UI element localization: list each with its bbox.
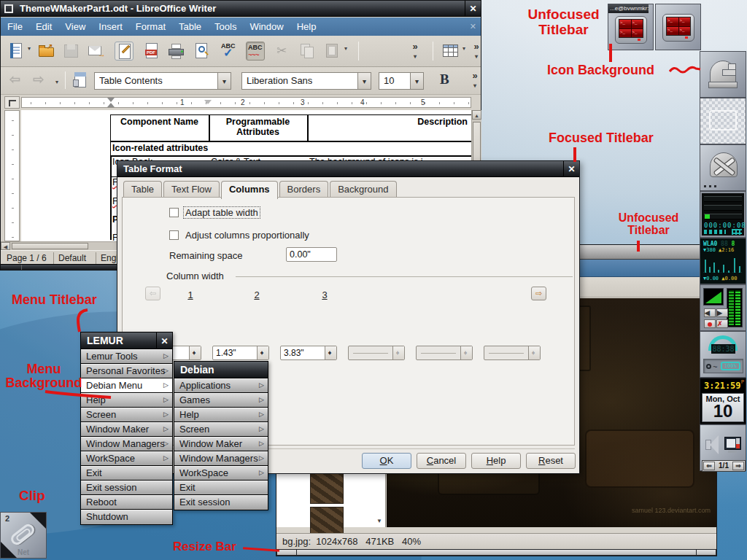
menu-item[interactable]: Help xyxy=(174,408,268,422)
paste-icon[interactable] xyxy=(323,42,342,61)
dockapp-clock[interactable]: 3:21:59 P Mon, Oct 10 xyxy=(700,378,746,424)
horizontal-ruler[interactable]: 12345 xyxy=(1,95,481,110)
menu-item[interactable]: Window Managers xyxy=(81,437,172,451)
menu-item[interactable]: Exit session xyxy=(81,481,172,495)
new-document-icon[interactable] xyxy=(7,42,26,61)
menu-item[interactable]: Games xyxy=(174,393,268,408)
menu-item[interactable]: Insert xyxy=(92,18,129,36)
menu-item[interactable]: Personal Favorites xyxy=(81,364,172,378)
table-section-cell[interactable]: Icon-related attributes xyxy=(112,143,208,153)
scroll-up-icon[interactable]: ▲ xyxy=(472,110,481,120)
indent-marker-icon[interactable] xyxy=(107,103,115,107)
dockapp-monitor[interactable]: WLA0 88 8 ▼380 ▲2:16 ▼0.00 ▲0.00 xyxy=(700,238,746,284)
thumb-scroll-arrow-icon[interactable]: ▼ xyxy=(376,518,382,524)
menu-item[interactable]: Lemur Tools xyxy=(81,349,172,364)
menu-item[interactable]: File xyxy=(1,18,29,36)
cancel-button[interactable]: Cancel xyxy=(417,453,466,469)
tab-marker-icon[interactable] xyxy=(204,100,212,104)
indent-marker-icon[interactable] xyxy=(107,98,115,102)
print-icon[interactable] xyxy=(167,42,186,61)
writer-titlebar[interactable]: ThemeWMakerPart1.odt - LibreOffice Write… xyxy=(1,1,481,17)
status-page[interactable]: Page 1 / 6 xyxy=(7,251,47,265)
size-combo-arrow-icon[interactable] xyxy=(410,73,423,89)
table-header-cell[interactable]: Description xyxy=(309,117,468,127)
spinner-icon[interactable] xyxy=(460,346,472,359)
menu-item[interactable]: Tools xyxy=(208,18,243,36)
table-dropdown-icon[interactable] xyxy=(460,45,468,52)
scroll-columns-right-button[interactable]: ⇨ xyxy=(531,287,546,300)
back-icon[interactable]: ⇦ xyxy=(9,71,28,90)
help-button[interactable]: Help xyxy=(471,453,521,469)
print-preview-icon[interactable] xyxy=(192,42,211,61)
adjust-proportionally-checkbox[interactable] xyxy=(169,230,179,240)
spinner-icon[interactable] xyxy=(528,346,540,359)
menu-item[interactable]: Format xyxy=(129,18,172,36)
spinner-icon[interactable] xyxy=(257,346,268,359)
paragraph-style-combobox[interactable]: Table Contents xyxy=(94,72,231,90)
menu-item[interactable]: Edit xyxy=(29,18,58,36)
mute-button[interactable]: ✗ xyxy=(716,319,728,328)
font-size-combobox[interactable]: 10 xyxy=(379,72,424,90)
column-width-field[interactable] xyxy=(416,346,473,360)
dialog-titlebar-focused[interactable]: Table Format xyxy=(117,161,579,177)
menu-item[interactable]: Reboot xyxy=(81,495,172,510)
ok-button[interactable]: OK xyxy=(362,453,411,469)
bold-icon[interactable]: B xyxy=(440,71,449,88)
debian-menu-titlebar[interactable]: Debian xyxy=(174,362,268,378)
style-combo-arrow-icon[interactable] xyxy=(217,73,231,89)
spellcheck-icon[interactable]: ABC ✓ xyxy=(220,42,239,61)
menu-item[interactable]: Window Managers xyxy=(174,451,268,466)
remaining-space-field[interactable]: 0.00" xyxy=(286,247,337,262)
menu-item[interactable]: Exit xyxy=(81,466,172,481)
menu-item[interactable]: Window Maker xyxy=(174,437,268,451)
menu-item[interactable]: Shutdown xyxy=(81,510,172,524)
dockapp-timer[interactable]: 000:00:08 xyxy=(700,191,746,238)
volume-slider-handle[interactable] xyxy=(736,444,740,448)
dockapp-mixer[interactable]: ◀ ▶ ✗ xyxy=(700,284,746,331)
dockapp-battery[interactable]: 88:38 ~ 100% xyxy=(700,331,746,378)
menu-item[interactable]: Applications xyxy=(174,378,268,393)
new-document-dropdown-icon[interactable] xyxy=(26,45,33,52)
workspace-clip[interactable]: 2 Net xyxy=(0,512,47,559)
export-pdf-icon[interactable]: PDF xyxy=(142,42,161,61)
viewer-resize-bar[interactable] xyxy=(276,549,716,556)
mixer-prev-icon[interactable]: ◀ xyxy=(704,308,716,317)
font-name-combobox[interactable]: Liberation Sans xyxy=(241,72,371,90)
menu-item[interactable]: Screen xyxy=(81,408,172,422)
close-icon[interactable] xyxy=(465,1,481,17)
cut-icon[interactable]: ✂ xyxy=(274,42,293,61)
adapt-width-label[interactable]: Adapt table width xyxy=(184,207,260,218)
toolbar-overflow3-icon[interactable]: »▾ xyxy=(469,71,481,93)
workspace-prev-button[interactable]: ⇐ xyxy=(703,462,715,470)
copy-icon[interactable] xyxy=(298,42,317,61)
font-combo-arrow-icon[interactable] xyxy=(357,73,371,89)
dialog-tab[interactable]: Table xyxy=(123,181,162,198)
insert-table-icon[interactable] xyxy=(441,42,460,61)
lemur-menu-titlebar[interactable]: LEMUR xyxy=(81,332,172,349)
dialog-tab[interactable]: Text Flow xyxy=(163,181,220,198)
menu-item[interactable]: Exit xyxy=(174,481,268,495)
menu-item[interactable]: View xyxy=(58,18,92,36)
email-icon[interactable]: → xyxy=(87,42,106,61)
column-width-field[interactable] xyxy=(484,346,541,360)
close-document-icon[interactable]: ✕ xyxy=(470,18,476,36)
menu-item[interactable]: Help xyxy=(290,18,323,36)
table-header-cell[interactable]: Programmable Attributes xyxy=(210,117,306,137)
forward-icon[interactable]: ⇨ xyxy=(33,71,52,90)
scroll-left-icon[interactable]: ◀ xyxy=(1,242,10,250)
menu-item[interactable]: Exit session xyxy=(174,495,268,510)
adjust-proportionally-label[interactable]: Adjust columns proportionally xyxy=(185,230,309,241)
menu-item[interactable]: Window Maker xyxy=(81,422,172,437)
column-width-field[interactable] xyxy=(348,346,405,360)
menu-item[interactable]: Table xyxy=(172,18,208,36)
workspace-next-button[interactable]: ⇒ xyxy=(732,462,744,470)
menu-item[interactable]: WorkSpace xyxy=(81,451,172,466)
column-width-field[interactable]: 3.83" xyxy=(280,346,337,360)
toolbar-overflow2-icon[interactable]: »▾ xyxy=(471,42,482,63)
adapt-width-checkbox[interactable] xyxy=(169,208,179,217)
menu-close-icon[interactable] xyxy=(156,332,172,349)
dialog-tab[interactable]: Borders xyxy=(279,181,329,198)
record-button[interactable] xyxy=(704,319,716,328)
menu-item[interactable]: Window xyxy=(243,18,290,36)
menu-item[interactable]: WorkSpace xyxy=(174,466,268,481)
